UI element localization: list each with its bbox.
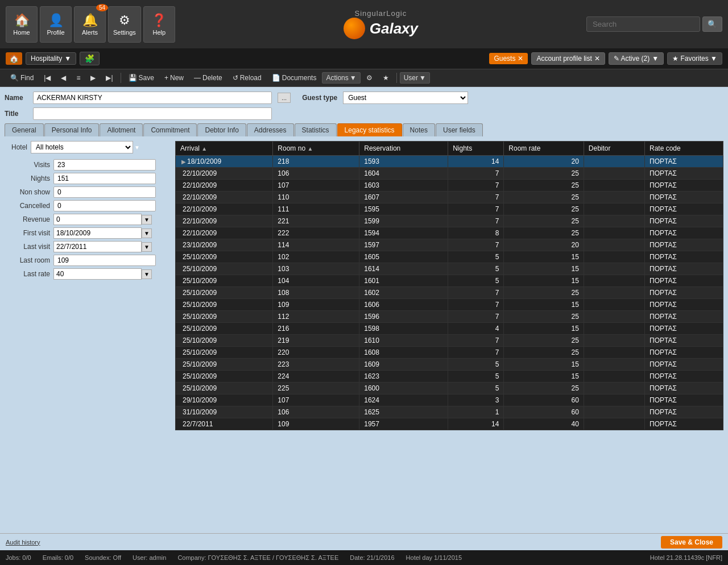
cell-room-no: 104 — [273, 275, 359, 287]
save-close-button[interactable]: Save & Close — [661, 536, 722, 549]
table-row[interactable]: 25/10/2009 219 1610 7 25 ΠΟΡΤΑΣ — [176, 335, 723, 347]
table-row[interactable]: 22/10/2009 222 1594 8 25 ΠΟΡΤΑΣ — [176, 227, 723, 239]
cancelled-input[interactable] — [53, 200, 156, 211]
audit-history-link[interactable]: Audit history — [6, 539, 40, 546]
home-shortcut-button[interactable]: 🏠 — [6, 52, 22, 65]
nav-first-button[interactable]: |◀ — [39, 73, 55, 83]
search-input[interactable] — [586, 16, 700, 32]
alerts-button[interactable]: 🔔 Alerts — [74, 6, 106, 43]
cell-arrival: 25/10/2009 — [176, 275, 273, 287]
table-row[interactable]: 22/10/2009 111 1595 7 25 ΠΟΡΤΑΣ — [176, 203, 723, 215]
active-tag-button[interactable]: ✎ Active (2) ▼ — [609, 52, 664, 65]
tab-addresses[interactable]: Addresses — [247, 123, 294, 136]
documents-button[interactable]: 📄 Documents — [267, 73, 321, 83]
non-show-input[interactable] — [53, 186, 156, 198]
new-button[interactable]: + New — [160, 73, 188, 83]
table-row[interactable]: 25/10/2009 108 1602 7 25 ΠΟΡΤΑΣ — [176, 287, 723, 299]
nights-input[interactable] — [53, 173, 156, 184]
table-row[interactable]: 25/10/2009 109 1606 7 15 ΠΟΡΤΑΣ — [176, 299, 723, 311]
table-row[interactable]: 25/10/2009 104 1601 5 15 ΠΟΡΤΑΣ — [176, 275, 723, 287]
nav-last-button[interactable]: ▶| — [101, 73, 117, 83]
cancelled-row: Cancelled — [5, 200, 169, 211]
table-row[interactable]: 25/10/2009 103 1614 5 15 ΠΟΡΤΑΣ — [176, 263, 723, 275]
table-row[interactable]: 22/10/2009 106 1604 7 25 ΠΟΡΤΑΣ — [176, 168, 723, 180]
title-input[interactable] — [33, 107, 272, 120]
table-row[interactable]: 25/10/2009 216 1598 4 15 ΠΟΡΤΑΣ — [176, 323, 723, 335]
col-arrival-header[interactable]: Arrival ▲ — [176, 142, 273, 156]
guest-type-select[interactable]: Guest — [343, 92, 468, 104]
profile-button[interactable]: 👤 Profile — [40, 6, 72, 43]
first-visit-arrow-button[interactable]: ▼ — [142, 229, 152, 238]
guests-close-icon[interactable]: ✕ — [518, 55, 523, 63]
last-visit-input[interactable] — [53, 241, 142, 252]
tab-debtor-info[interactable]: Debtor Info — [197, 123, 246, 136]
cell-nights: 5 — [448, 383, 504, 394]
account-profile-list-tag-button[interactable]: Account profile list ✕ — [531, 52, 605, 65]
help-button[interactable]: ❓ Help — [143, 6, 175, 43]
puzzle-button[interactable]: 🧩 — [80, 52, 100, 65]
name-input[interactable] — [33, 92, 272, 104]
delete-button[interactable]: — Delete — [189, 73, 227, 83]
table-row[interactable]: 22/7/2011 109 1957 14 40 ΠΟΡΤΑΣ — [176, 418, 723, 430]
tab-statistics[interactable]: Statistics — [295, 123, 337, 136]
col-reservation-header[interactable]: Reservation — [359, 142, 448, 156]
table-row[interactable]: 23/10/2009 114 1597 7 20 ΠΟΡΤΑΣ — [176, 239, 723, 251]
col-nights-header[interactable]: Nights — [448, 142, 504, 156]
account-profile-close-icon[interactable]: ✕ — [594, 55, 600, 63]
table-row[interactable]: 25/10/2009 102 1605 5 15 ΠΟΡΤΑΣ — [176, 251, 723, 263]
home-button[interactable]: 🏠 Home — [6, 6, 38, 43]
gear-button[interactable]: ⚙ — [362, 73, 377, 83]
tab-legacy-statistics[interactable]: Legacy statistics — [337, 123, 402, 136]
find-button[interactable]: 🔍 Find — [6, 73, 38, 83]
col-rate-code-header[interactable]: Rate code — [644, 142, 723, 156]
favorites-button[interactable]: ★ Favorites ▼ — [667, 52, 722, 65]
tab-notes[interactable]: Notes — [403, 123, 435, 136]
table-row[interactable]: 29/10/2009 107 1624 3 60 ΠΟΡΤΑΣ — [176, 394, 723, 406]
table-row[interactable]: 25/10/2009 225 1600 5 25 ΠΟΡΤΑΣ — [176, 383, 723, 394]
last-rate-input[interactable] — [53, 268, 142, 280]
tab-personal-info[interactable]: Personal Info — [44, 123, 100, 136]
tab-user-fields[interactable]: User fields — [436, 123, 483, 136]
col-room-rate-header[interactable]: Room rate — [504, 142, 584, 156]
search-button[interactable]: 🔍 — [702, 16, 722, 32]
table-body: ▶18/10/2009 218 1593 14 20 ΠΟΡΤΑΣ 22/10/… — [176, 156, 723, 430]
nav-next-button[interactable]: ▶ — [86, 73, 100, 83]
table-row[interactable]: 25/10/2009 220 1608 7 25 ΠΟΡΤΑΣ — [176, 347, 723, 359]
tab-commitment[interactable]: Commitment — [143, 123, 197, 136]
table-row[interactable]: 31/10/2009 106 1625 1 60 ΠΟΡΤΑΣ — [176, 406, 723, 418]
cell-nights: 4 — [448, 323, 504, 335]
status-right: Hotel 21.28.11439c [NFR] — [650, 554, 722, 561]
col-room-no-header[interactable]: Room no ▲ — [273, 142, 359, 156]
settings-button[interactable]: ⚙ Settings — [108, 6, 141, 43]
star-button[interactable]: ★ — [378, 73, 394, 83]
table-row[interactable]: 22/10/2009 110 1607 7 25 ΠΟΡΤΑΣ — [176, 192, 723, 203]
reload-button[interactable]: ↺ Reload — [228, 73, 266, 83]
nav-prev-button[interactable]: ◀ — [56, 73, 71, 83]
cell-room-no: 106 — [273, 168, 359, 180]
guests-tag-button[interactable]: Guests ✕ — [489, 53, 528, 64]
table-row[interactable]: 22/10/2009 107 1603 7 25 ΠΟΡΤΑΣ — [176, 180, 723, 192]
last-room-input[interactable] — [53, 255, 156, 266]
table-row[interactable]: 22/10/2009 221 1599 7 25 ΠΟΡΤΑΣ — [176, 215, 723, 227]
save-button[interactable]: 💾 Save — [124, 73, 159, 83]
table-row[interactable]: 25/10/2009 224 1623 5 15 ΠΟΡΤΑΣ — [176, 371, 723, 383]
first-visit-input[interactable] — [53, 227, 142, 239]
revenue-input[interactable] — [53, 214, 142, 225]
nav-list-button[interactable]: ≡ — [72, 73, 85, 83]
last-visit-arrow-button[interactable]: ▼ — [142, 242, 152, 252]
favorites-arrow-icon: ▼ — [710, 55, 717, 63]
revenue-arrow-button[interactable]: ▼ — [142, 215, 152, 225]
last-rate-arrow-button[interactable]: ▼ — [142, 269, 152, 279]
table-row[interactable]: 25/10/2009 223 1609 5 15 ΠΟΡΤΑΣ — [176, 359, 723, 371]
table-row[interactable]: ▶18/10/2009 218 1593 14 20 ΠΟΡΤΑΣ — [176, 156, 723, 168]
tab-general[interactable]: General — [5, 123, 44, 136]
visits-input[interactable] — [53, 159, 156, 171]
col-debitor-header[interactable]: Debitor — [584, 142, 644, 156]
table-row[interactable]: 25/10/2009 112 1596 7 25 ΠΟΡΤΑΣ — [176, 311, 723, 323]
hotel-select[interactable]: All hotels — [31, 141, 133, 153]
tab-allotment[interactable]: Allotment — [100, 123, 143, 136]
user-button[interactable]: User ▼ — [400, 72, 430, 84]
actions-button[interactable]: Actions ▼ — [322, 72, 360, 84]
name-dots-button[interactable]: ... — [278, 93, 291, 103]
hospitality-dropdown[interactable]: Hospitality ▼ — [26, 52, 76, 65]
